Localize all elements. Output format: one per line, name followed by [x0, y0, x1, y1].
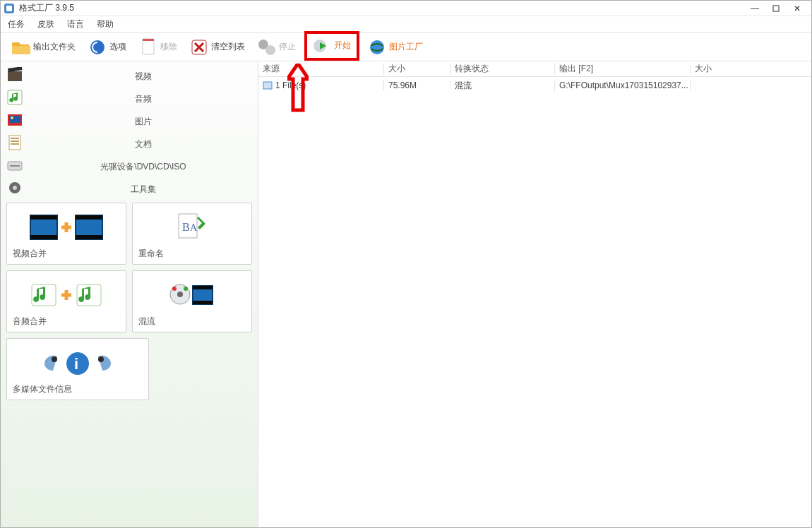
toolbar: 输出文件夹 选项 移除 清空列表 停止 [1, 33, 811, 61]
image-icon [7, 112, 23, 128]
svg-point-39 [184, 287, 188, 291]
output-folder-label: 输出文件夹 [33, 41, 76, 53]
svg-text:B: B [182, 221, 190, 233]
svg-rect-30 [76, 235, 102, 239]
card-media-info[interactable]: i 多媒体文件信息 [6, 338, 149, 400]
stop-label: 停止 [279, 41, 296, 53]
globe-icon [368, 38, 386, 56]
clear-list-label: 清空列表 [211, 41, 245, 53]
sidebar: 视频 音频 图片 文档 光驱设备\DVD\CD\ISO 工具集 [1, 61, 258, 527]
svg-rect-1 [6, 6, 12, 11]
svg-rect-42 [193, 301, 213, 304]
svg-point-24 [13, 186, 17, 190]
svg-text:A: A [190, 222, 198, 233]
svg-text:i: i [74, 355, 78, 373]
card-mux[interactable]: 混流 [132, 270, 252, 332]
row-source: 1 File(s) [275, 80, 306, 90]
sidebar-item-tools[interactable]: 工具集 [131, 181, 156, 197]
gear-icon [7, 180, 23, 196]
content: 视频 音频 图片 文档 光驱设备\DVD\CD\ISO 工具集 [1, 61, 811, 527]
remove-label: 移除 [160, 41, 177, 53]
svg-rect-41 [193, 286, 213, 289]
svg-rect-22 [10, 165, 20, 167]
photo-factory-label: 图片工厂 [389, 41, 423, 53]
folder-icon [12, 38, 30, 56]
stop-button[interactable]: 停止 [253, 35, 300, 59]
close-button[interactable]: ✕ [790, 3, 804, 14]
video-join-icon [13, 208, 120, 246]
sidebar-labels: 视频 音频 图片 文档 光驱设备\DVD\CD\ISO 工具集 [29, 61, 258, 197]
sidebar-item-video[interactable]: 视频 [135, 68, 152, 84]
svg-point-10 [370, 40, 384, 54]
start-label: 开始 [334, 40, 351, 52]
header-state[interactable]: 转换状态 [450, 63, 555, 75]
maximize-button[interactable] [769, 3, 783, 14]
main-window: 格式工厂 3.9.5 — ✕ 任务 皮肤 语言 帮助 输出文件夹 选项 [0, 0, 812, 528]
start-icon [313, 37, 331, 55]
svg-rect-2 [773, 6, 779, 11]
sidebar-item-image[interactable]: 图片 [135, 114, 152, 129]
disc-drive-icon [7, 157, 23, 173]
options-icon [88, 38, 107, 56]
task-panel: 来源 大小 转换状态 输出 [F2] 大小 1 File(s) 75.96M 混… [258, 61, 811, 527]
start-button[interactable]: 开始 [309, 34, 355, 58]
app-icon [4, 3, 15, 14]
svg-rect-4 [143, 39, 154, 54]
menu-language[interactable]: 语言 [67, 18, 84, 30]
file-icon [263, 80, 273, 90]
clear-list-button[interactable]: 清空列表 [186, 35, 249, 59]
card-mux-label: 混流 [138, 316, 246, 328]
card-media-info-label: 多媒体文件信息 [13, 383, 143, 395]
header-size2[interactable]: 大小 [691, 63, 811, 75]
svg-point-37 [177, 292, 183, 297]
header-source[interactable]: 来源 [258, 63, 384, 75]
sidebar-item-document[interactable]: 文档 [135, 136, 152, 152]
menu-help[interactable]: 帮助 [97, 18, 114, 30]
titlebar: 格式工厂 3.9.5 — ✕ [1, 1, 811, 16]
task-row[interactable]: 1 File(s) 75.96M 混流 G:\FFOutput\Mux17031… [258, 77, 811, 94]
svg-point-8 [265, 45, 275, 55]
card-audio-join[interactable]: 音频合并 [6, 270, 126, 332]
card-video-join-label: 视频合并 [13, 248, 120, 260]
card-rename-label: 重命名 [138, 248, 246, 260]
clapper-icon [7, 67, 23, 83]
row-size: 75.96M [384, 80, 450, 90]
svg-rect-29 [76, 215, 102, 220]
music-note-icon [7, 90, 23, 105]
svg-rect-26 [30, 215, 57, 220]
card-rename[interactable]: B A 重命名 [132, 203, 252, 265]
sidebar-item-disc[interactable]: 光驱设备\DVD\CD\ISO [100, 159, 186, 174]
svg-rect-19 [11, 140, 19, 142]
options-button[interactable]: 选项 [84, 35, 131, 59]
media-info-icon: i [13, 343, 143, 382]
card-video-join[interactable]: 视频合并 [6, 203, 126, 265]
remove-button[interactable]: 移除 [135, 35, 181, 59]
output-folder-button[interactable]: 输出文件夹 [8, 35, 80, 59]
options-label: 选项 [109, 41, 126, 53]
minimize-button[interactable]: — [748, 3, 762, 14]
svg-point-45 [52, 356, 57, 362]
menu-skin[interactable]: 皮肤 [37, 18, 54, 30]
mux-icon [138, 275, 246, 314]
svg-rect-47 [263, 82, 272, 89]
window-buttons: — ✕ [748, 3, 804, 14]
header-size[interactable]: 大小 [384, 63, 450, 75]
stop-icon [258, 38, 276, 56]
clear-icon [190, 38, 208, 56]
header-output[interactable]: 输出 [F2] [555, 63, 691, 75]
menu-task[interactable]: 任务 [8, 18, 25, 30]
svg-rect-15 [9, 116, 20, 123]
svg-rect-27 [30, 235, 57, 239]
svg-rect-12 [8, 67, 23, 72]
tool-cards: 视频合并 B A 重命名 [1, 197, 258, 406]
svg-rect-20 [11, 143, 19, 145]
window-title: 格式工厂 3.9.5 [19, 2, 748, 14]
rename-icon: B A [138, 208, 246, 246]
card-audio-join-label: 音频合并 [13, 316, 120, 328]
svg-rect-5 [143, 39, 154, 41]
remove-icon [139, 38, 157, 56]
task-header: 来源 大小 转换状态 输出 [F2] 大小 [258, 61, 811, 77]
document-icon [7, 135, 23, 150]
sidebar-item-audio[interactable]: 音频 [135, 91, 152, 107]
photo-factory-button[interactable]: 图片工厂 [364, 35, 427, 59]
